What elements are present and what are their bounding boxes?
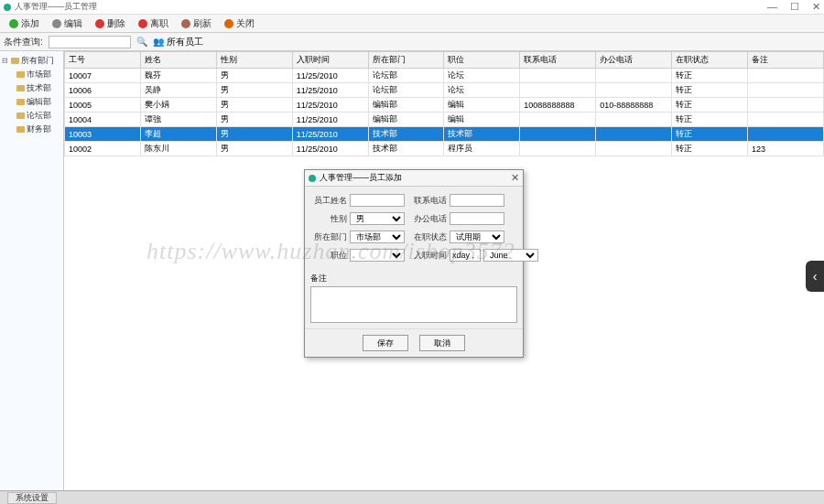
gender-label: 性别 <box>310 213 347 225</box>
save-button[interactable]: 保存 <box>363 335 408 351</box>
office-field[interactable] <box>450 212 504 225</box>
column-header[interactable]: 联系电话 <box>520 52 596 69</box>
close-icon <box>224 19 233 28</box>
tree-item-1[interactable]: 技术部 <box>2 81 61 95</box>
column-header[interactable]: 工号 <box>65 52 141 69</box>
column-header[interactable]: 职位 <box>444 52 520 69</box>
remark-field[interactable] <box>310 286 517 323</box>
plus-icon <box>9 19 18 28</box>
office-label: 办公电话 <box>410 213 447 225</box>
all-employees-link[interactable]: 👥 所有员工 <box>153 36 203 48</box>
remark-label: 备注 <box>310 273 517 284</box>
folder-icon <box>16 113 25 119</box>
minimize-button[interactable]: — <box>767 1 777 13</box>
phone-label: 联系电话 <box>410 195 447 207</box>
window-title: 人事管理——员工管理 <box>15 1 767 13</box>
dept-select[interactable]: 市场部 <box>350 231 405 243</box>
hire-day-field[interactable] <box>450 249 481 262</box>
status-select[interactable]: 试用期 <box>450 231 504 243</box>
tree-item-0[interactable]: 市场部 <box>2 68 61 81</box>
window-buttons: — ☐ ✕ <box>767 1 820 13</box>
collapse-icon[interactable]: ⊟ <box>2 57 9 65</box>
app-icon <box>4 4 11 11</box>
close-button[interactable]: ✕ <box>812 1 820 13</box>
refresh-icon <box>181 19 190 28</box>
column-header[interactable]: 入职时间 <box>292 52 368 69</box>
status-bar: 系统设置 <box>0 490 824 504</box>
app-icon <box>309 175 316 182</box>
maximize-button[interactable]: ☐ <box>790 1 799 13</box>
tree-root[interactable]: ⊟ 所有部门 <box>2 54 61 68</box>
tree-item-2[interactable]: 编辑部 <box>2 95 61 109</box>
delete-icon <box>95 19 104 28</box>
leave-icon <box>138 19 147 28</box>
hire-label: 入职时间 <box>410 250 447 262</box>
table-row[interactable]: 10002陈东川男11/25/2010技术部程序员转正123 <box>65 142 824 156</box>
cancel-button[interactable]: 取消 <box>419 335 465 351</box>
table-row[interactable]: 10005樊小娟男11/25/2010编辑部编辑10088888888010-8… <box>65 98 824 113</box>
phone-field[interactable] <box>450 194 504 207</box>
table-row[interactable]: 10004谭強男11/25/2010编辑部编辑转正 <box>65 113 824 127</box>
folder-icon <box>16 99 25 105</box>
column-header[interactable]: 所在部门 <box>368 52 444 69</box>
folder-icon <box>16 71 25 78</box>
folder-icon <box>16 126 25 133</box>
name-field[interactable] <box>350 194 405 207</box>
column-header[interactable]: 姓名 <box>140 52 216 69</box>
table-row[interactable]: 10003李超男11/25/2010技术部技术部转正 <box>65 127 824 142</box>
add-button[interactable]: 添加 <box>4 16 45 31</box>
delete-button[interactable]: 删除 <box>90 16 131 31</box>
position-select[interactable] <box>350 249 405 262</box>
table-row[interactable]: 10006吴静男11/25/2010论坛部论坛转正 <box>65 83 824 98</box>
people-icon: 👥 <box>153 37 164 48</box>
column-header[interactable]: 办公电话 <box>596 52 672 69</box>
gender-select[interactable]: 男 <box>350 212 405 225</box>
dialog-close-button[interactable]: ✕ <box>511 172 519 184</box>
dialog-title: 人事管理——员工添加 <box>320 172 511 184</box>
search-icon[interactable]: 🔍 <box>136 37 147 48</box>
table-row[interactable]: 10007魏芬男11/25/2010论坛部论坛转正 <box>65 69 824 83</box>
status-tab[interactable]: 系统设置 <box>7 492 57 504</box>
name-label: 员工姓名 <box>310 195 347 207</box>
search-bar: 条件查询: 🔍 👥 所有员工 <box>0 33 824 51</box>
close-tab-button[interactable]: 关闭 <box>219 16 260 31</box>
pencil-icon <box>52 19 61 28</box>
toolbar: 添加 编辑 删除 离职 刷新 关闭 <box>0 15 824 33</box>
edit-button[interactable]: 编辑 <box>47 16 88 31</box>
dialog-header[interactable]: 人事管理——员工添加 ✕ <box>305 170 523 187</box>
search-label: 条件查询: <box>4 36 43 48</box>
add-employee-dialog: 人事管理——员工添加 ✕ 员工姓名 性别男 所在部门市场部 职位 联系电话 办公… <box>304 169 524 358</box>
tree-item-4[interactable]: 财务部 <box>2 123 61 136</box>
column-header[interactable]: 在职状态 <box>672 52 748 69</box>
dept-label: 所在部门 <box>310 231 347 243</box>
department-tree: ⊟ 所有部门 市场部技术部编辑部论坛部财务部 <box>0 51 64 490</box>
folder-icon <box>16 85 25 91</box>
column-header[interactable]: 备注 <box>748 52 824 69</box>
search-input[interactable] <box>49 36 131 48</box>
column-header[interactable]: 性别 <box>216 52 292 69</box>
hire-month-select[interactable]: June <box>483 249 538 262</box>
position-label: 职位 <box>310 250 347 262</box>
refresh-button[interactable]: 刷新 <box>176 16 217 31</box>
side-chevron-icon[interactable]: ‹ <box>806 261 824 292</box>
window-titlebar: 人事管理——员工管理 — ☐ ✕ <box>0 0 824 15</box>
tree-item-3[interactable]: 论坛部 <box>2 109 61 123</box>
folder-icon <box>11 58 19 64</box>
leave-button[interactable]: 离职 <box>133 16 174 31</box>
status-label: 在职状态 <box>410 231 447 243</box>
